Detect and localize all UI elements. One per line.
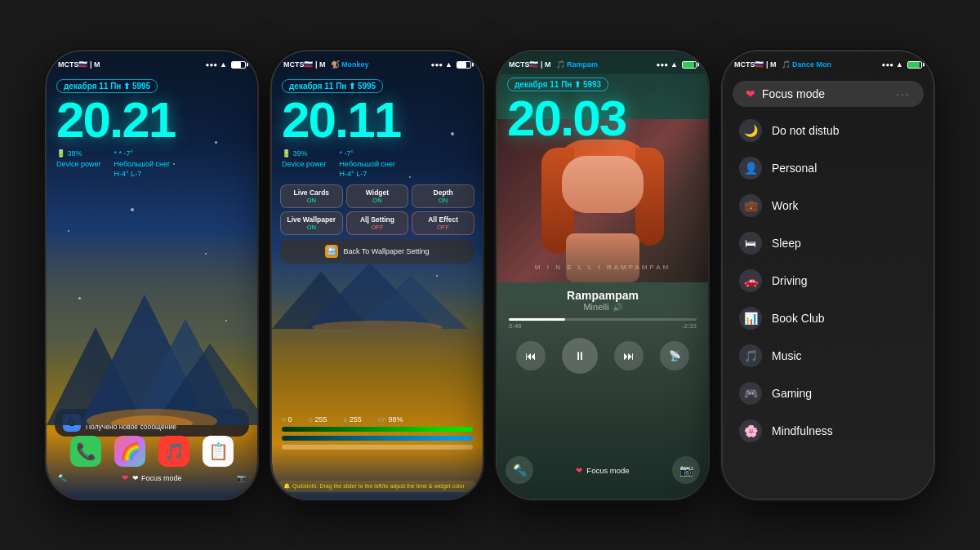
progress-area-3: 0:46 -2:33 — [497, 315, 708, 333]
album-title-3: M I N E L L I RAMPAMPAM — [497, 264, 708, 271]
sliders-area-2: R 0 G 255 B 255 OP 98% — [272, 415, 483, 454]
focus-item-music[interactable]: 🎵 Music — [733, 337, 924, 375]
weather-row-1: 🔋 38% Device power * * -7° Небольшой сне… — [56, 149, 247, 180]
focus-header-heart-icon: ❤ — [746, 87, 755, 100]
power-icon-2: 🔋 — [282, 149, 293, 157]
status-bar-3: MCTS🇷🇺 | M 🎵 Rampam ●●● ▲ — [497, 51, 708, 74]
signal-4: ●●● — [882, 61, 894, 69]
r-value: R 0 — [282, 415, 292, 424]
weather-snow-1: * * -7° Небольшой снег H-4° L-7 — [114, 149, 171, 180]
flashlight-circle-3[interactable]: 🔦 — [506, 456, 533, 484]
status-right-2: ●●● ▲ — [431, 60, 471, 69]
clock-1: 20.21 — [56, 95, 247, 145]
slider-cyan[interactable] — [282, 436, 473, 441]
status-left-2: MCTS🇷🇺 | M 🐒 Monkey — [283, 60, 369, 69]
next-btn-3[interactable]: ⏭ — [614, 341, 644, 370]
ctrl-widget[interactable]: Widget ON — [346, 184, 409, 208]
focus-header-4[interactable]: ❤ Focus mode ··· — [733, 81, 924, 107]
clock-3: 20.03 — [507, 93, 698, 144]
b-value: B 255 — [344, 415, 362, 424]
music-label: Music — [772, 349, 802, 362]
heart-icon-3: ❤ — [576, 466, 582, 475]
ctrl-all-effect[interactable]: All Effect OFF — [412, 211, 474, 235]
op-value: OP 98% — [378, 415, 403, 424]
focus-mode-header-label: Focus mode — [762, 87, 889, 100]
music-info-3: Rampampam Minelli 🔊 — [497, 282, 708, 315]
music-icon: 🎵 — [739, 344, 762, 367]
focus-item-dnd[interactable]: 🌙 Do not distub — [733, 112, 924, 149]
mountain-svg-2 — [272, 264, 483, 329]
signal-3: ●●● — [657, 61, 669, 69]
driving-label: Driving — [772, 274, 808, 287]
wifi-icon-2: ▲ — [445, 60, 452, 69]
dock-ai-1[interactable]: 🌈 — [114, 436, 145, 467]
battery-1 — [231, 61, 246, 69]
progress-track-3[interactable] — [509, 318, 697, 321]
clock-2: 20.11 — [282, 95, 473, 145]
airplay-btn-3[interactable]: 📡 — [660, 341, 689, 370]
focus-item-book-club[interactable]: 📊 Book Club — [733, 299, 924, 337]
focus-pill-1[interactable]: ❤ ❤ Focus mode — [122, 473, 181, 482]
status-left-1: MCTS🇷🇺 | M — [58, 60, 100, 69]
date-time-1: декабря 11 Пн ⬆ 5995 20.21 🔋 38% Device … — [47, 74, 257, 180]
play-btn-3[interactable]: ⏸ — [562, 338, 598, 374]
date-time-3: декабря 11 Пн ⬆ 5993 20.03 — [497, 74, 708, 144]
focus-item-work[interactable]: 💼 Work — [733, 187, 924, 224]
controls-grid-bottom: Live Wallpaper ON All Setting OFF All Ef… — [280, 211, 474, 235]
slider-green[interactable] — [282, 427, 473, 432]
bottom-bar-1: 🔦 ❤ ❤ Focus mode 📷 — [47, 473, 257, 482]
phone-4: MCTS🇷🇺 | M 🎵 Dance Mon ●●● ▲ ❤ Focus mod… — [723, 51, 933, 499]
carrier-3: MCTS🇷🇺 | M — [509, 60, 551, 69]
camera-circle-3[interactable]: 📷 — [672, 456, 700, 484]
slider-white[interactable] — [282, 445, 473, 450]
gaming-label: Gaming — [772, 387, 812, 400]
focus-pill-3[interactable]: ❤ Focus mode — [576, 466, 629, 475]
weather-row-2: 🔋 39% Device power * -7° Небольшой снег … — [282, 149, 473, 180]
flashlight-icon-1[interactable]: 🔦 — [58, 474, 67, 482]
phone-1: MCTS🇷🇺 | M ●●● ▲ декабря 11 Пн ⬆ 5995 20… — [47, 51, 257, 499]
focus-item-mindfulness[interactable]: 🌸 Mindfulness — [733, 412, 924, 450]
time-row-3: 0:46 -2:33 — [509, 322, 697, 330]
work-label: Work — [772, 199, 798, 212]
focus-label-3: Focus mode — [586, 466, 629, 475]
dock-notes-1[interactable]: 📋 — [203, 436, 234, 467]
mindfulness-icon: 🌸 — [739, 419, 762, 442]
game-icon: 🎮 — [739, 382, 762, 405]
wifi-icon-4: ▲ — [896, 60, 903, 69]
focus-item-gaming[interactable]: 🎮 Gaming — [733, 375, 924, 412]
signal-1: ●●● — [206, 61, 218, 69]
status-right-1: ●●● ▲ — [206, 60, 246, 69]
status-bar-4: MCTS🇷🇺 | M 🎵 Dance Mon ●●● ▲ — [723, 51, 933, 74]
dock-music-1[interactable]: 🎵 — [158, 436, 189, 467]
personal-label: Personal — [772, 162, 817, 175]
mindfulness-label: Mindfulness — [772, 424, 833, 437]
battery-3 — [682, 61, 697, 69]
progress-fill-3 — [509, 318, 565, 321]
bottom-dock-1: 📞 🌈 🎵 📋 🔦 ❤ ❤ Focus mode 📷 — [47, 436, 257, 482]
prev-btn-3[interactable]: ⏮ — [516, 341, 546, 370]
carrier-1: MCTS🇷🇺 | M — [58, 60, 100, 69]
time-total-3: -2:33 — [682, 322, 697, 330]
dock-phone-1[interactable]: 📞 — [70, 436, 101, 467]
focus-item-sleep[interactable]: 🛏 Sleep — [733, 224, 924, 262]
app-indicator-2: 🐒 Monkey — [331, 60, 369, 69]
ctrl-live-wallpaper[interactable]: Live Wallpaper ON — [280, 211, 343, 235]
status-bar-1: MCTS🇷🇺 | M ●●● ▲ — [47, 51, 257, 74]
book-icon: 📊 — [739, 307, 762, 330]
date-time-2: декабря 11 Пн ⬆ 5995 20.11 🔋 39% Device … — [272, 74, 483, 180]
focus-item-personal[interactable]: 👤 Personal — [733, 149, 924, 187]
player-controls-3: ⏮ ⏸ ⏭ 📡 — [497, 333, 708, 379]
focus-item-driving[interactable]: 🚗 Driving — [733, 262, 924, 299]
ctrl-all-setting[interactable]: All Setting OFF — [346, 211, 409, 235]
phone-2: MCTS🇷🇺 | M 🐒 Monkey ●●● ▲ декабря 11 Пн … — [272, 51, 483, 499]
quick-tip-2: 🔔 QuickInfo: Drag the slider to the left… — [278, 481, 476, 492]
controls-grid-top: Live Cards ON Widget ON Depth ON — [280, 184, 474, 208]
ctrl-depth[interactable]: Depth ON — [412, 184, 474, 208]
camera-icon-1[interactable]: 📷 — [237, 474, 246, 482]
wifi-icon-1: ▲ — [220, 60, 227, 69]
status-right-3: ●●● ▲ — [657, 60, 697, 69]
song-title-3: Rampampam — [509, 289, 697, 302]
status-left-3: MCTS🇷🇺 | M 🎵 Rampam — [509, 60, 598, 69]
ctrl-live-cards[interactable]: Live Cards ON — [280, 184, 343, 208]
status-left-4: MCTS🇷🇺 | M 🎵 Dance Mon — [734, 60, 831, 69]
